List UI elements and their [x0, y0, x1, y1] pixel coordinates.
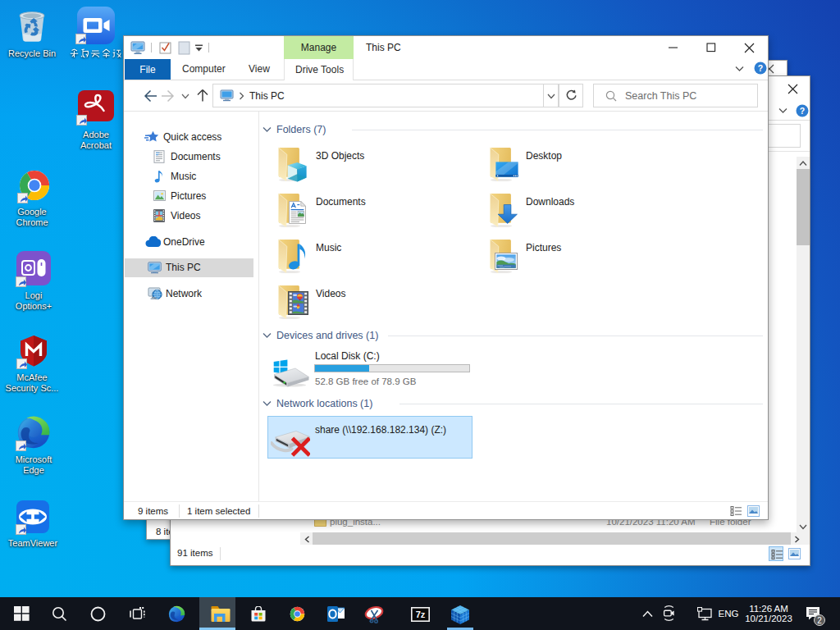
svg-text:?: ? [800, 106, 805, 116]
svg-text:7z: 7z [416, 609, 426, 619]
svg-text:?: ? [758, 63, 763, 73]
